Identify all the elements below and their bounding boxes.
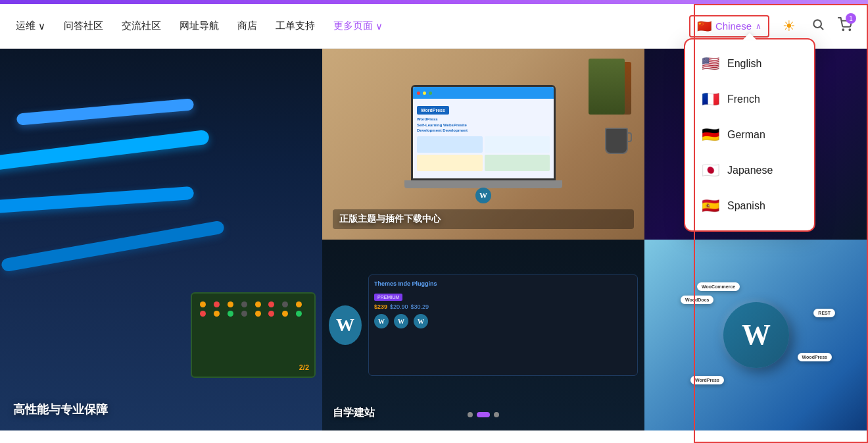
wp-logo-small: W [475,188,491,203]
tag-woocommerce: WooCommerce [697,282,740,291]
wp-mini-1: W [374,314,389,328]
wp-circle-1: W [329,305,362,345]
nav-item-nav[interactable]: 网址导航 [180,20,219,32]
card-themes[interactable]: W Themes Inde Pluggins PREMIUM $239 $20.… [322,240,644,430]
screen-content: WordPress WordPress Self-Learning WebsPr… [413,87,554,178]
card-server[interactable]: 2/2 高性能与专业保障 [0,49,322,430]
english-label: English [727,58,761,70]
wp-3d-logo-container: W WooCommerce REST WordPress WoodPress W… [723,302,789,368]
led [228,311,233,317]
spanish-flag-icon: 🇪🇸 [701,197,719,215]
theme-toggle-button[interactable]: ☀ [780,15,798,38]
navbar: 运维 ∨ 问答社区 交流社区 网址导航 商店 工单支持 更多页面 ∨ 🇨🇳 Ch… [0,4,868,49]
tag-woodpress: WoodPress [798,353,832,361]
spanish-label: Spanish [727,200,765,212]
french-flag-icon: 🇫🇷 [701,91,719,108]
lang-chevron-icon: ∧ [756,22,761,31]
circuit-board: 2/2 [191,292,316,378]
nav-right: 🇨🇳 Chinese ∧ ☀ 1 [689,15,852,38]
current-language-label: Chinese [715,20,752,32]
svg-line-1 [821,27,823,30]
chevron-down-icon: ∨ [38,20,45,32]
lang-option-japanese[interactable]: 🇯🇵 Japanese [685,153,814,188]
page-dot-1 [468,412,473,417]
chevron-down-icon-more: ∨ [375,20,383,32]
dot-green [429,91,432,95]
led [214,301,220,307]
led [241,301,247,307]
premium-badge-1: PREMIUM [374,294,402,301]
tag-woodocs: WoodDocs [681,296,713,304]
language-selector-button[interactable]: 🇨🇳 Chinese ∧ [689,15,769,38]
nav-item-exchange[interactable]: 交流社区 [122,20,161,32]
led [296,311,302,317]
screen-header [413,87,554,99]
lang-option-german[interactable]: 🇩🇪 German [685,117,814,153]
theme-header-text: Themes Inde Pluggins [374,280,632,287]
block-4 [485,155,550,171]
dot-yellow [423,91,426,95]
block-2 [485,136,550,153]
cables-visual: 2/2 [0,49,322,430]
led [255,301,261,307]
card-themes-label: 自学建站 [333,406,375,420]
led [268,301,274,307]
cart-count-badge: 1 [846,13,856,24]
led [255,311,261,317]
led [282,301,288,307]
price-3: $30.29 [411,303,429,310]
svg-point-2 [842,29,844,30]
svg-point-3 [849,29,850,30]
led [268,311,274,317]
wp-3d-logo: W [723,302,789,368]
nav-item-yunwei[interactable]: 运维 ∨ [16,20,45,32]
page-dot-active [477,412,490,417]
nav-items: 运维 ∨ 问答社区 交流社区 网址导航 商店 工单支持 更多页面 ∨ [16,20,689,32]
board-label: 2/2 [299,363,309,371]
led [214,311,220,317]
theme-price-row: $239 $20.90 $30.29 [374,303,632,310]
card-wp-3d[interactable]: W WooCommerce REST WordPress WoodPress W… [644,240,868,430]
english-flag-icon: 🇺🇸 [701,55,719,72]
nav-item-more[interactable]: 更多页面 ∨ [333,20,383,32]
lang-option-spanish[interactable]: 🇪🇸 Spanish [685,188,814,224]
pagination-dots [468,412,499,417]
card-wordpress[interactable]: WordPress WordPress Self-Learning WebsPr… [322,49,644,240]
card-wp-label: 正版主题与插件下载中心 [333,209,634,229]
card-server-label: 高性能与专业保障 [13,402,309,417]
laptop: WordPress WordPress Self-Learning WebsPr… [398,85,569,203]
theme-main-panel: Themes Inde Pluggins PREMIUM $239 $20.90… [368,274,638,376]
tag-wordpress: WordPress [690,376,724,384]
screen-title: WordPress [417,117,550,121]
german-flag-icon: 🇩🇪 [701,126,719,143]
search-button[interactable] [809,15,827,37]
german-label: German [727,129,765,141]
wp-mini-2: W [394,314,408,328]
lang-option-english[interactable]: 🇺🇸 English [685,46,814,82]
japanese-label: Japanese [727,165,773,176]
block-3 [417,155,483,171]
laptop-screen: WordPress WordPress Self-Learning WebsPr… [411,85,556,180]
led [200,311,206,317]
led [200,301,206,307]
wp-3d-area: W WooCommerce REST WordPress WoodPress W… [644,240,868,430]
page-dot-3 [494,412,499,417]
tag-rest: REST [813,309,835,317]
french-label: French [727,93,760,105]
dot-red [417,91,420,95]
price-2: $20.90 [390,303,408,310]
lang-option-french[interactable]: 🇫🇷 French [685,82,814,117]
screen-body: WordPress WordPress Self-Learning WebsPr… [413,99,554,178]
nav-item-ticket[interactable]: 工单支持 [276,20,315,32]
nav-item-shop[interactable]: 商店 [237,20,257,32]
block-1 [417,136,483,153]
wordpress-badge: WordPress [417,106,449,115]
nav-item-qa[interactable]: 问答社区 [64,20,103,32]
chinese-flag-icon: 🇨🇳 [697,19,711,34]
led [296,301,302,307]
cart-button[interactable]: 1 [838,17,852,35]
language-dropdown: 🇺🇸 English 🇫🇷 French 🇩🇪 German 🇯🇵 Japane… [684,38,815,232]
led [241,311,247,317]
wp-logos-row: W W W [374,314,632,328]
wp-mini-3: W [414,314,428,328]
